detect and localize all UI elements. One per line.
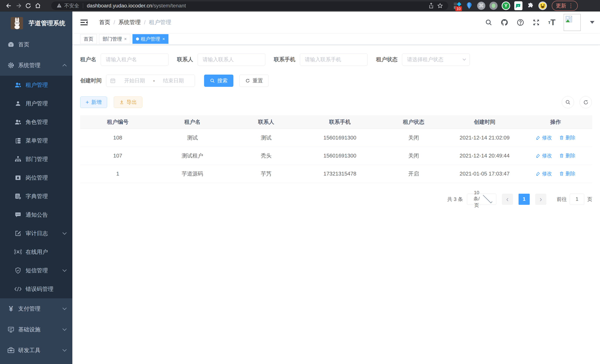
chevron-down-icon [63,268,67,272]
forward-icon[interactable] [14,1,23,10]
sidebar-item-sms[interactable]: 短信管理 [0,261,72,280]
table-row: 1 芋道源码 芋艿 17321315478 开启 2021-01-05 17:0… [80,165,592,183]
app-logo-row[interactable]: 芋道管理系统 [0,11,72,34]
edit-log-icon [14,230,22,237]
browser-chrome: 不安全 dashboard.yudao.iocoder.cn /system/t… [0,0,600,11]
extension-command-icon[interactable]: ⌘ [477,2,485,10]
code-icon [14,286,22,292]
tenant-name-input[interactable] [101,53,169,66]
security-warning-icon[interactable] [56,3,62,9]
address-bar[interactable]: 不安全 dashboard.yudao.iocoder.cn /system/t… [51,1,448,10]
prev-page-button[interactable]: ‹ [502,194,513,205]
sidebar-item-audit-log[interactable]: 审计日志 [0,224,72,243]
sidebar-item-tenant[interactable]: 租户管理 [0,76,72,94]
current-page[interactable]: 1 [519,194,530,205]
refresh-table-button[interactable] [580,96,592,108]
tab-home[interactable]: 首页 [80,34,97,44]
sidebar-item-infra[interactable]: 基础设施 [0,319,72,340]
security-label[interactable]: 不安全 [64,2,79,9]
sitemap-icon [14,156,22,163]
delete-link[interactable]: 删除 [559,134,575,141]
tenant-page: 租户名 联系人 联系手机 租户状态 请选择租户状态 [72,45,600,364]
sidebar-item-notice[interactable]: 通知公告 [0,205,72,224]
extension-chat-icon[interactable] [514,1,523,10]
bookmark-star-icon[interactable] [436,2,445,10]
monitor-icon [7,326,15,333]
browser-menu-kebab-icon[interactable]: ⋮ [568,2,574,9]
edit-link[interactable]: 修改 [536,152,552,159]
date-range-picker[interactable]: 开始日期 - 结束日期 [106,75,195,87]
page-size-select[interactable]: 10条/页 [467,194,496,205]
extension-grey-circle-icon[interactable] [489,2,497,10]
browser-update-button[interactable]: 更新 ⋮ [552,1,578,11]
mobile-label: 联系手机 [274,56,295,63]
tab-tenant[interactable]: 租户管理 × [132,34,169,44]
toggle-search-button[interactable] [562,96,574,108]
edit-link[interactable]: 修改 [536,170,552,177]
sidebar-item-pay[interactable]: ¥ 支付管理 [0,298,72,319]
status-label: 租户状态 [376,56,398,63]
share-icon[interactable] [427,2,436,10]
help-icon[interactable] [516,19,524,26]
home-icon[interactable] [33,1,43,10]
sidebar-item-devtools[interactable]: 研发工具 [0,340,72,361]
sidebar-item-user[interactable]: 用户管理 [0,94,72,113]
tenant-table: 租户编号 租户名 联系人 联系手机 租户状态 创建时间 操作 108 测试 测试 [80,115,592,183]
extension-squares-icon[interactable]: 10 [453,2,461,10]
broadcast-user-icon [14,249,22,255]
plus-icon: + [85,99,89,106]
github-icon[interactable] [501,19,508,26]
page-unit-label: 页 [587,196,592,203]
reload-icon[interactable] [23,1,33,10]
extension-y-icon[interactable]: Y [502,1,510,10]
close-icon[interactable]: × [162,36,165,42]
goto-page-input[interactable] [570,194,584,205]
breadcrumb-home[interactable]: 首页 [99,19,110,26]
edit-link[interactable]: 修改 [536,134,552,141]
gear-icon [7,62,15,69]
delete-link[interactable]: 删除 [559,170,575,177]
status-select[interactable]: 请选择租户状态 [402,53,470,66]
close-icon[interactable]: × [124,36,127,42]
sidebar-item-dict[interactable]: 字典管理 [0,187,72,205]
avatar[interactable] [564,14,581,31]
chevron-up-icon [63,64,67,68]
pencil-icon [536,153,540,158]
sidebar-item-online-users[interactable]: 在线用户 [0,243,72,261]
font-size-icon[interactable]: тT [548,18,555,27]
sidebar-collapse-icon[interactable] [80,19,89,26]
col-tenant-name: 租户名 [155,115,229,129]
sidebar-item-menu[interactable]: 菜单管理 [0,131,72,150]
fullscreen-icon[interactable] [533,19,540,26]
sidebar-item-errcode[interactable]: 错误码管理 [0,280,72,298]
back-icon[interactable] [4,1,14,10]
app-logo-rabbit [11,17,23,29]
shield-check-icon [14,267,22,274]
sidebar-item-home[interactable]: 首页 [0,34,72,55]
contact-input[interactable] [197,53,265,66]
breadcrumb-system[interactable]: 系统管理 [118,19,141,26]
add-button[interactable]: + 新增 [80,96,107,108]
delete-link[interactable]: 删除 [559,152,575,159]
search-button[interactable]: 搜索 [204,75,233,87]
sidebar-item-post[interactable]: 岗位管理 [0,168,72,187]
next-page-button[interactable]: › [535,194,546,205]
table-row: 108 测试 测试 15601691300 关闭 2021-12-14 21:0… [80,129,592,147]
extension-balloon-icon[interactable] [465,2,473,10]
extensions-puzzle-icon[interactable] [526,2,534,10]
sidebar-item-role[interactable]: 角色管理 [0,113,72,131]
profile-avatar-icon[interactable] [538,1,547,10]
chevron-down-icon [63,347,67,352]
chevron-down-icon [63,231,67,235]
status-text: 关闭 [377,129,450,147]
sidebar-item-dept[interactable]: 部门管理 [0,150,72,168]
header-search-icon[interactable] [485,19,492,26]
sidebar-item-system[interactable]: 系统管理 [0,55,72,76]
extension-badge: 10 [455,6,462,11]
tab-dept[interactable]: 部门管理 × [99,34,130,44]
mobile-input[interactable] [300,53,367,66]
avatar-caret-icon[interactable] [590,21,594,24]
book-gear-icon [14,193,22,200]
export-button[interactable]: 导出 [114,96,142,108]
reset-button[interactable]: 重置 [239,75,269,87]
